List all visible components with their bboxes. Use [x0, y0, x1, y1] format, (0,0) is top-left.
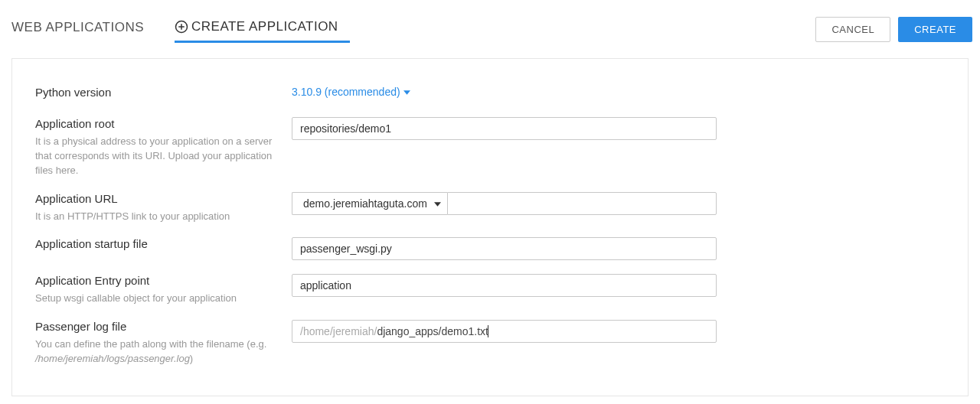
- hint-application-url: It is an HTTP/HTTPS link to your applica…: [35, 210, 273, 224]
- row-passenger-log: Passenger log file You can define the pa…: [35, 320, 945, 367]
- label-startup-file: Application startup file: [35, 237, 273, 250]
- row-application-root: Application root It is a physical addres…: [35, 117, 945, 178]
- hint-application-root: It is a physical address to your applica…: [35, 135, 273, 178]
- form-panel: Python version 3.10.9 (recommended) Appl…: [11, 58, 969, 396]
- application-root-input[interactable]: [292, 117, 717, 140]
- passenger-log-value: django_apps/demo1.txt: [377, 325, 488, 337]
- label-application-root: Application root: [35, 117, 273, 130]
- cancel-button[interactable]: CANCEL: [815, 17, 890, 42]
- create-button[interactable]: CREATE: [898, 17, 972, 42]
- hint-entry-point: Setup wsgi callable object for your appl…: [35, 292, 273, 306]
- text-cursor: [488, 325, 488, 337]
- row-application-url: Application URL It is an HTTP/HTTPS link…: [35, 192, 945, 224]
- label-entry-point: Application Entry point: [35, 274, 273, 287]
- tab-web-applications[interactable]: WEB APPLICATIONS: [11, 20, 155, 43]
- row-startup-file: Application startup file: [35, 237, 945, 260]
- row-entry-point: Application Entry point Setup wsgi calla…: [35, 274, 945, 306]
- caret-down-icon: [434, 197, 441, 210]
- tab-label: CREATE APPLICATION: [191, 19, 338, 34]
- python-version-dropdown[interactable]: 3.10.9 (recommended): [292, 86, 410, 98]
- tabs-bar: WEB APPLICATIONS CREATE APPLICATION CANC…: [0, 0, 980, 43]
- plus-circle-icon: [175, 20, 188, 34]
- label-passenger-log: Passenger log file: [35, 320, 273, 333]
- label-application-url: Application URL: [35, 192, 273, 205]
- startup-file-input[interactable]: [292, 237, 717, 260]
- entry-point-input[interactable]: [292, 274, 717, 297]
- caret-down-icon: [403, 86, 410, 98]
- action-buttons: CANCEL CREATE: [815, 17, 972, 42]
- tab-label: WEB APPLICATIONS: [11, 20, 144, 35]
- row-python-version: Python version 3.10.9 (recommended): [35, 86, 945, 103]
- passenger-log-input-wrap[interactable]: /home/jeremiah/django_apps/demo1.txt: [292, 320, 717, 343]
- python-version-value: 3.10.9 (recommended): [292, 86, 400, 98]
- url-path-input[interactable]: [447, 192, 717, 215]
- passenger-log-prefix: /home/jeremiah/: [300, 325, 377, 337]
- label-python-version: Python version: [35, 86, 273, 99]
- domain-value: demo.jeremiahtaguta.com: [303, 197, 427, 210]
- hint-passenger-log: You can define the path along with the f…: [35, 337, 273, 367]
- tab-create-application[interactable]: CREATE APPLICATION: [175, 19, 350, 43]
- domain-select[interactable]: demo.jeremiahtaguta.com: [292, 192, 447, 215]
